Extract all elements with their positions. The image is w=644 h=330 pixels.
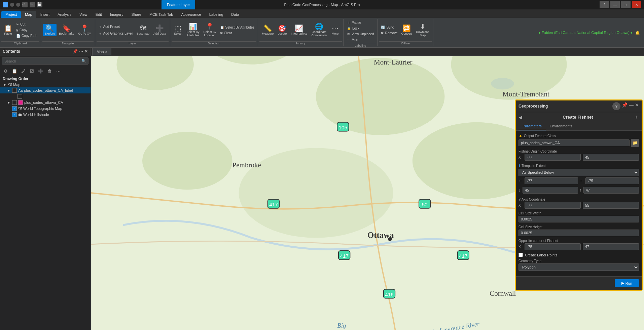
attributes-button[interactable]: 📋 Select By Attributes (219, 25, 256, 30)
checkbox-world-hillshade[interactable]: ✓ (12, 112, 17, 117)
y-axis-y[interactable] (583, 202, 639, 209)
add-data-button[interactable]: ➕ Add Data (152, 24, 168, 37)
tab-share[interactable]: Share (128, 11, 145, 18)
more-inquiry-button[interactable]: ⋯ More (329, 24, 341, 37)
go-to-xy-button[interactable]: 📍 Go To XY (76, 24, 93, 37)
geo-tab-environments[interactable]: Environments (546, 122, 576, 130)
y-axis-x[interactable] (525, 202, 581, 209)
geo-minimize-button[interactable]: — (629, 102, 634, 110)
geo-add-button[interactable]: ＋ (634, 114, 639, 121)
template-right[interactable] (585, 177, 639, 184)
cut-button[interactable]: ✂ Cut (15, 22, 39, 27)
locate-button[interactable]: 🎯 Locate (276, 24, 288, 37)
list-by-source-icon[interactable]: 📋 (11, 67, 18, 75)
tab-appearance[interactable]: Appearance (177, 11, 205, 18)
feature-layer-tab[interactable]: Feature Layer (162, 0, 195, 9)
basemap-button[interactable]: 🗺 Basemap (135, 24, 151, 37)
cell-size-height-field[interactable] (518, 230, 639, 236)
close-btn[interactable]: ✕ (632, 1, 641, 8)
tab-labeling[interactable]: Labeling (205, 11, 227, 18)
sync-button[interactable]: 🔄 Sync (380, 25, 399, 30)
output-feature-class-field[interactable] (518, 139, 630, 146)
tab-insert[interactable]: Insert (36, 11, 54, 18)
expand-plus-codes[interactable]: ▼ (7, 100, 11, 105)
create-label-points-checkbox[interactable] (518, 253, 523, 257)
fishnet-origin-x[interactable] (525, 154, 581, 161)
tab-mce[interactable]: MCE Task Tab (145, 11, 177, 18)
select-by-attributes-button[interactable]: 📊 Select ByAttributes (185, 22, 201, 38)
close-map-tab[interactable]: × (105, 50, 107, 54)
expand-sub[interactable] (12, 94, 16, 98)
map-tab[interactable]: Map × (92, 48, 111, 56)
geo-back-button[interactable]: ◀ (518, 115, 522, 120)
undo-btn[interactable]: ↩ (22, 2, 28, 7)
tab-analysis[interactable]: Analysis (53, 11, 75, 18)
tab-edit[interactable]: Edit (92, 11, 106, 18)
tab-imagery[interactable]: Imagery (106, 11, 128, 18)
copy-path-button[interactable]: 📄 Copy Path (15, 33, 39, 38)
layer-item-plus-codes-label[interactable]: ▼ Aa plus_codes_ottawa_CA_label (0, 87, 91, 93)
coordinate-conversion-button[interactable]: 🌐 CoordinateConversion (310, 22, 328, 38)
clear-button[interactable]: ✖ Clear (219, 31, 256, 36)
template-bottom[interactable] (523, 187, 578, 194)
close-panel-icon[interactable]: ✕ (84, 49, 88, 54)
download-map-button[interactable]: ⬇ DownloadMap (414, 22, 431, 38)
help-window-btn[interactable]: ? (600, 1, 609, 8)
remove-layer-icon[interactable]: 🗑 (46, 67, 53, 75)
save-btn[interactable]: 💾 (37, 2, 42, 7)
contents-search[interactable]: 🔍 (2, 57, 88, 65)
geo-tab-parameters[interactable]: Parameters (518, 122, 546, 130)
opposite-corner-y[interactable] (583, 243, 639, 250)
tab-project[interactable]: Project (1, 11, 21, 18)
opposite-corner-x[interactable] (525, 243, 581, 250)
options-icon[interactable]: ⋯ (55, 67, 62, 75)
measure-button[interactable]: 📏 Measure (260, 24, 275, 37)
infographics-button[interactable]: 📈 Infographics (289, 24, 309, 37)
explore-button[interactable]: 🔍 Explore (43, 24, 57, 37)
select-by-location-button[interactable]: 📍 Select ByLocation (202, 22, 218, 38)
more-labeling-button[interactable]: ⋯ More (346, 37, 375, 42)
paste-button[interactable]: 📋 Paste (2, 24, 14, 37)
add-preset-button[interactable]: ＋ Add Preset (97, 24, 134, 30)
remove-button[interactable]: ✖ Remove (380, 31, 399, 36)
add-graphics-layer-button[interactable]: ＋ Add Graphics Layer (97, 31, 134, 37)
menu-icon[interactable]: ⋯ (79, 49, 83, 54)
run-button[interactable]: ▶ Run (615, 279, 639, 287)
tab-map[interactable]: Map (21, 11, 36, 18)
tab-view[interactable]: View (75, 11, 92, 18)
view-unplaced-button[interactable]: 👁 View Unplaced (346, 32, 375, 37)
lock-button[interactable]: 🔒 Lock (346, 26, 375, 31)
output-browse-button[interactable]: 📁 (631, 139, 639, 147)
expand-map[interactable]: ▼ (3, 83, 7, 87)
convert-button[interactable]: 🔁 Convert (400, 24, 414, 37)
layer-item-plus-codes[interactable]: ▼ plus_codes_ottawa_CA (0, 99, 91, 106)
search-input[interactable] (4, 59, 81, 63)
tab-data[interactable]: Data (227, 11, 243, 18)
geometry-type-dropdown[interactable]: Polygon Polyline (518, 263, 639, 271)
filter-icon[interactable]: ⚙ (2, 67, 9, 75)
geo-help-button[interactable]: ? (612, 102, 620, 110)
select-button[interactable]: ⬚ Select (172, 24, 184, 37)
copy-button[interactable]: ⎘ Copy (15, 28, 39, 33)
layer-item-map[interactable]: ▼ 🗺 Map (0, 82, 91, 87)
checkbox-plus-codes[interactable] (12, 100, 17, 105)
checkbox-plus-codes-label[interactable] (12, 88, 17, 93)
notification-icon[interactable]: 🔔 (635, 31, 640, 35)
expand-plus-codes-label[interactable]: ▼ (7, 88, 11, 92)
list-selected-icon[interactable]: ☑ (28, 67, 36, 75)
cell-size-width-field[interactable] (518, 216, 639, 222)
redo-btn[interactable]: ↪ (30, 2, 35, 7)
geo-pin-button[interactable]: 📌 (622, 102, 628, 110)
list-by-drawing-icon[interactable]: 🖊 (20, 67, 27, 75)
checkbox-sub[interactable] (17, 94, 22, 99)
template-left[interactable] (525, 177, 578, 184)
add-layer-icon[interactable]: ➕ (37, 67, 44, 75)
checkbox-world-topo[interactable]: ✓ (12, 106, 17, 111)
pin-icon[interactable]: 📌 (73, 49, 78, 54)
pause-button[interactable]: ⏸ Pause (346, 20, 375, 25)
bookmarks-button[interactable]: 🔖 Bookmarks (57, 24, 76, 37)
minimize-btn[interactable]: — (610, 1, 620, 8)
fishnet-origin-y[interactable] (583, 154, 639, 161)
restore-btn[interactable]: □ (621, 1, 631, 8)
layer-item-world-hillshade[interactable]: ✓ 🏔 World Hillshade (0, 112, 91, 118)
